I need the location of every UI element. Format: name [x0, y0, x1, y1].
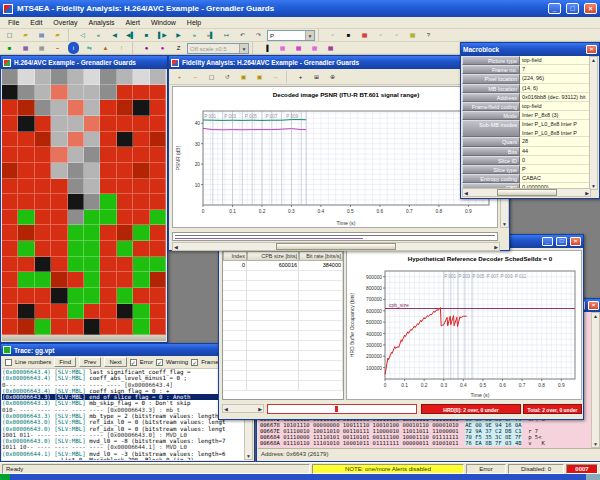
macroblock-cell[interactable] — [150, 163, 166, 179]
macroblock-cell[interactable] — [150, 132, 166, 148]
macroblock-cell[interactable] — [84, 163, 100, 179]
macroblock-row[interactable]: Picture typetop-field — [462, 56, 589, 65]
macroblock-cell[interactable] — [150, 210, 166, 226]
rewind-icon[interactable]: « — [91, 29, 106, 41]
macroblock-cell[interactable] — [35, 319, 51, 335]
macroblock-cell[interactable] — [84, 210, 100, 226]
macroblock-cell[interactable] — [2, 85, 18, 101]
macroblock-cell[interactable] — [18, 257, 34, 273]
macroblock-cell[interactable] — [18, 194, 34, 210]
macroblock-cell[interactable] — [51, 85, 67, 101]
macroblock-cell[interactable] — [100, 116, 116, 132]
macroblock-cell[interactable] — [84, 116, 100, 132]
macroblock-cell[interactable] — [117, 319, 133, 335]
macroblock-row[interactable]: Slice ID0 — [462, 156, 589, 165]
macroblock-row[interactable]: Entropy codingCABAC — [462, 174, 589, 183]
hrd-chart[interactable]: cpb_size00.10.20.30.40.50.60.70.80.91000… — [347, 251, 581, 399]
trace-log[interactable]: (0x00006643.4) [SLV:MBL] last_significan… — [2, 369, 245, 460]
macroblock-cell[interactable] — [133, 257, 149, 273]
redo-icon[interactable]: ↷ — [251, 29, 266, 41]
macroblock-cell[interactable] — [117, 288, 133, 304]
macroblock-horizontal-scrollbar[interactable]: ◀▶ — [462, 188, 591, 197]
alert-map-1-icon[interactable]: ▦ — [275, 42, 290, 54]
macroblock-cell[interactable] — [2, 319, 18, 335]
open-bitstream-icon[interactable]: ▰ — [50, 29, 65, 41]
macroblock-cell[interactable] — [51, 272, 67, 288]
info-icon[interactable]: i — [68, 42, 79, 54]
loop-icon[interactable]: ↦ — [219, 29, 234, 41]
trace-line[interactable]: List 0, Macroblock 290, Block 0 (in 2) — [2, 457, 245, 460]
crosshair-icon[interactable]: + — [293, 71, 308, 83]
step-forward-icon[interactable]: ▌▶ — [155, 29, 170, 41]
macroblock-vertical-scrollbar[interactable]: ▲▼ — [589, 56, 598, 190]
lock-axes-icon[interactable]: ▣ — [236, 71, 251, 83]
macroblock-cell[interactable] — [133, 116, 149, 132]
chevron-down-icon[interactable]: ▼ — [239, 44, 248, 53]
menu-overlay[interactable]: Overlay — [48, 18, 82, 27]
macroblock-cell[interactable] — [18, 288, 34, 304]
macroblock-cell[interactable] — [100, 319, 116, 335]
macroblock-cell[interactable] — [35, 116, 51, 132]
macroblock-cell[interactable] — [133, 100, 149, 116]
menu-file[interactable]: File — [3, 18, 24, 27]
macroblock-cell[interactable] — [84, 194, 100, 210]
macroblock-cell[interactable] — [51, 163, 67, 179]
macroblock-cell[interactable] — [84, 225, 100, 241]
find-button[interactable]: Find — [54, 357, 76, 367]
macroblock-cell[interactable] — [84, 319, 100, 335]
macroblock-cell[interactable] — [68, 132, 84, 148]
macroblock-cell[interactable] — [117, 85, 133, 101]
zoom-out-icon[interactable]: − — [188, 71, 203, 83]
psnr-overview-strip[interactable] — [172, 232, 498, 241]
macroblock-cell[interactable] — [150, 69, 166, 85]
app-titlebar[interactable]: MTS4EA - Fidelity Analysis: H.264/AVC Ex… — [0, 0, 600, 17]
macroblock-cell[interactable] — [2, 100, 18, 116]
macroblock-cell[interactable] — [84, 132, 100, 148]
overlay-quant-icon[interactable]: ■ — [2, 42, 17, 54]
macroblock-cell[interactable] — [35, 210, 51, 226]
macroblock-cell[interactable] — [18, 241, 34, 257]
macroblock-cell[interactable] — [100, 241, 116, 257]
mb-types-icon[interactable]: ▲ — [98, 42, 113, 54]
hrd-minimize-button[interactable]: _ — [542, 237, 553, 246]
macroblock-overlay-grid[interactable] — [2, 69, 166, 335]
vectors-icon[interactable]: ⇆ — [82, 42, 97, 54]
macroblock-cell[interactable] — [18, 85, 34, 101]
macroblock-cell[interactable] — [150, 116, 166, 132]
macroblock-cell[interactable] — [117, 272, 133, 288]
macroblock-row[interactable]: Address0x016bb8 (dec. 93112) bit — [462, 93, 589, 102]
macroblock-cell[interactable] — [68, 116, 84, 132]
menu-window[interactable]: Window — [146, 18, 181, 27]
stop-icon[interactable]: ■ — [139, 29, 154, 41]
macroblock-cell[interactable] — [68, 210, 84, 226]
signal-plot-icon[interactable]: ~ — [50, 42, 65, 54]
macroblock-cell[interactable] — [117, 225, 133, 241]
macroblock-cell[interactable] — [117, 147, 133, 163]
macroblock-cell[interactable] — [2, 69, 18, 85]
chevron-down-icon[interactable]: ▼ — [305, 31, 314, 40]
macroblock-cell[interactable] — [51, 257, 67, 273]
macroblock-cell[interactable] — [35, 272, 51, 288]
macroblock-cell[interactable] — [117, 116, 133, 132]
macroblock-cell[interactable] — [18, 163, 34, 179]
macroblock-cell[interactable] — [68, 241, 84, 257]
macroblock-cell[interactable] — [117, 210, 133, 226]
menu-alert[interactable]: Alert — [121, 18, 145, 27]
error-map-icon[interactable]: ▦ — [357, 29, 372, 41]
macroblock-cell[interactable] — [117, 132, 133, 148]
macroblock-cell[interactable] — [68, 69, 84, 85]
macroblock-cell[interactable] — [18, 210, 34, 226]
play-back-icon[interactable]: ◀▌ — [123, 29, 138, 41]
alert-map-2-icon[interactable]: ▦ — [291, 42, 306, 54]
macroblock-close-button[interactable]: × — [586, 45, 597, 54]
macroblock-cell[interactable] — [51, 319, 67, 335]
macroblock-cell[interactable] — [150, 147, 166, 163]
macroblock-cell[interactable] — [117, 69, 133, 85]
macroblock-cell[interactable] — [84, 147, 100, 163]
macroblock-cell[interactable] — [100, 225, 116, 241]
macroblock-cell[interactable] — [51, 179, 67, 195]
undo-icon[interactable]: ↶ — [235, 29, 250, 41]
macroblock-cell[interactable] — [35, 132, 51, 148]
maximize-button[interactable]: □ — [566, 3, 579, 14]
macroblock-cell[interactable] — [51, 69, 67, 85]
